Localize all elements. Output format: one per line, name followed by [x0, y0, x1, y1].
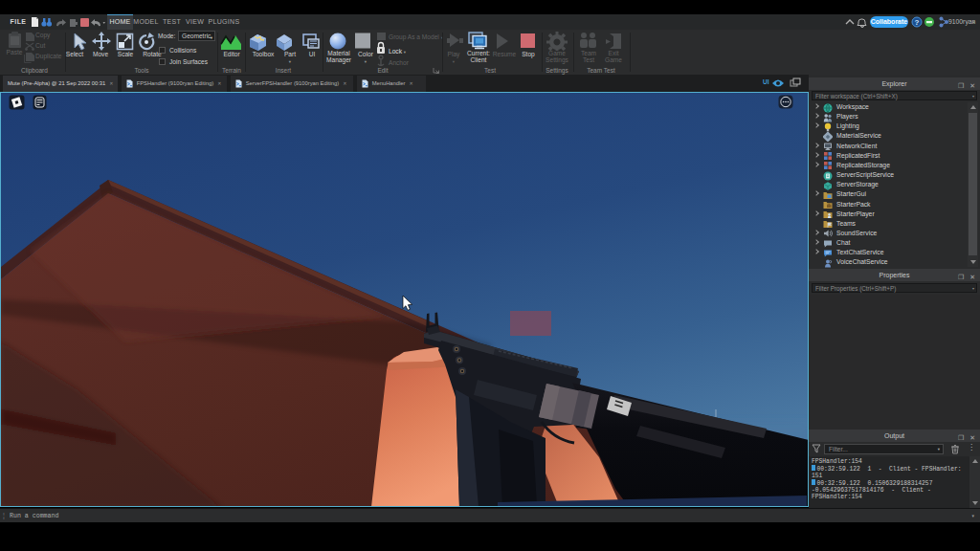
svg-text:?: ? [915, 18, 920, 27]
